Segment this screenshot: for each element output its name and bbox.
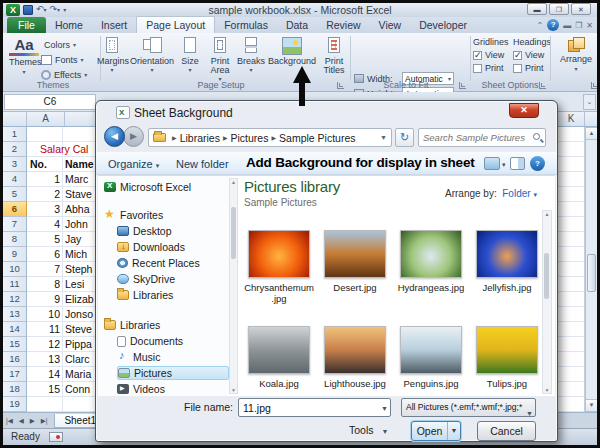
file-item-hydrangeas-jpg[interactable]: Hydrangeas.jpg	[396, 230, 466, 293]
help-icon[interactable]: ?	[547, 19, 559, 31]
tab-view[interactable]: View	[370, 17, 411, 33]
page-setup-dialog-launcher-icon[interactable]	[337, 82, 344, 89]
ribbon-collapse-icon[interactable]: ⌃	[536, 21, 543, 30]
nav-scroll-down-icon[interactable]: ▼	[230, 387, 237, 393]
sheet-options-dialog-launcher-icon[interactable]	[539, 82, 546, 89]
tools-button[interactable]: Tools▼	[349, 424, 388, 436]
sidebar-item-microsoft-excel[interactable]: Microsoft Excel	[104, 180, 191, 194]
doc-close-icon[interactable]: ✕	[586, 21, 593, 30]
scroll-down-icon[interactable]: ▼	[586, 399, 597, 411]
scrollbar-thumb[interactable]	[587, 254, 596, 292]
forward-button[interactable]: ▶	[123, 126, 144, 147]
vertical-scrollbar[interactable]: ▲ ▼	[585, 127, 598, 412]
sidebar-item-videos[interactable]: Videos	[117, 382, 165, 396]
ribbon-button-size[interactable]: Size▾	[177, 36, 203, 82]
sidebar-item-pictures[interactable]: Pictures	[117, 366, 229, 380]
macro-record-icon[interactable]	[49, 432, 63, 442]
checkbox-print-gridlines[interactable]: Print	[473, 63, 511, 73]
file-scroll-down-icon[interactable]: ▼	[543, 387, 551, 393]
checkbox-view-headings[interactable]: View	[513, 50, 551, 60]
view-checkbox-icon[interactable]	[513, 51, 522, 60]
grid-row-7[interactable]: 4John	[27, 217, 95, 232]
grid-row-19[interactable]	[27, 397, 95, 412]
last-sheet-icon[interactable]: ▶|	[38, 414, 51, 428]
sidebar-item-music[interactable]: Music	[117, 350, 160, 364]
row-header-2[interactable]: 2	[3, 142, 27, 157]
search-input[interactable]	[423, 130, 527, 145]
tab-file[interactable]: File	[7, 17, 46, 33]
breadcrumb-item-pictures[interactable]: Pictures	[231, 132, 269, 144]
views-dropdown-icon[interactable]: ▾	[502, 161, 506, 169]
themes-button[interactable]: Aa Themes▾	[9, 36, 39, 82]
ribbon-button-colors[interactable]: Colors▾	[41, 38, 99, 51]
grid-row-15[interactable]: 12Pippa	[27, 337, 95, 352]
file-list-scrollbar[interactable]: ▲ ▼	[542, 210, 552, 394]
sidebar-item-recent-places[interactable]: Recent Places	[117, 256, 200, 270]
row-header-18[interactable]: 18	[3, 382, 27, 397]
doc-restore-icon[interactable]: ❐	[575, 21, 582, 30]
tab-home[interactable]: Home	[46, 17, 92, 33]
sidebar-item-documents[interactable]: Documents	[117, 334, 183, 348]
nav-scroll-thumb[interactable]	[231, 207, 236, 259]
row-header-6[interactable]: 6	[3, 202, 27, 217]
row-header-8[interactable]: 8	[3, 232, 27, 247]
column-header-a[interactable]: A	[27, 112, 65, 126]
tab-formulas[interactable]: Formulas	[215, 17, 277, 33]
worksheet-grid[interactable]: Salary CalNo.Name1Marc2Stave3Abha4John5J…	[27, 127, 95, 412]
doc-minimize-icon[interactable]: ▬	[563, 21, 571, 30]
grid-row-6[interactable]: 3Abha	[27, 202, 95, 217]
grid-row-3[interactable]: No.Name	[27, 157, 95, 172]
row-header-3[interactable]: 3	[3, 157, 27, 172]
row-header-9[interactable]: 9	[3, 247, 27, 262]
breadcrumb-item-libraries[interactable]: Libraries	[180, 132, 220, 144]
first-sheet-icon[interactable]: |◀	[3, 414, 16, 428]
tab-developer[interactable]: Developer	[410, 17, 476, 33]
grid-row-14[interactable]: 11Steve	[27, 322, 95, 337]
close-button[interactable]: ✕	[571, 3, 591, 15]
row-header-12[interactable]: 12	[3, 292, 27, 307]
grid-row-18[interactable]: 15Conn	[27, 382, 95, 397]
grid-row-12[interactable]: 9Elizab	[27, 292, 95, 307]
file-scroll-thumb[interactable]	[544, 253, 549, 299]
file-item-desert-jpg[interactable]: Desert.jpg	[320, 230, 390, 293]
file-type-combo[interactable]: All Pictures (*.emf;*.wmf;*.jpg;* ▼	[401, 398, 536, 417]
ribbon-button-print-area[interactable]: PrintArea▾	[205, 36, 235, 82]
tab-page-layout[interactable]: Page Layout	[136, 16, 215, 33]
row-header-11[interactable]: 11	[3, 277, 27, 292]
sidebar-item-favorites[interactable]: Favorites	[104, 208, 163, 222]
grid-row-5[interactable]: 2Stave	[27, 187, 95, 202]
row-header-4[interactable]: 4	[3, 172, 27, 187]
print-checkbox-icon[interactable]	[513, 64, 522, 73]
grid-row-4[interactable]: 1Marc	[27, 172, 95, 187]
tab-review[interactable]: Review	[317, 17, 369, 33]
row-header-15[interactable]: 15	[3, 337, 27, 352]
row-header-10[interactable]: 10	[3, 262, 27, 277]
nav-scroll-up-icon[interactable]: ▲	[230, 179, 237, 185]
ribbon-button-orientation[interactable]: Orientation▾	[129, 36, 175, 82]
file-type-dropdown-icon[interactable]: ▼	[526, 405, 533, 417]
row-header-17[interactable]: 17	[3, 367, 27, 382]
file-scroll-up-icon[interactable]: ▲	[543, 211, 551, 217]
restore-button[interactable]: ❐	[549, 3, 569, 15]
row-header-1[interactable]: 1	[3, 127, 27, 142]
tab-data[interactable]: Data	[277, 17, 317, 33]
grid-row-10[interactable]: 7Steph	[27, 262, 95, 277]
sidebar-item-desktop[interactable]: Desktop	[117, 224, 172, 238]
file-item-chrysanthemum-jpg[interactable]: Chrysanthemum.jpg	[244, 230, 314, 304]
file-item-jellyfish-jpg[interactable]: Jellyfish.jpg	[472, 230, 542, 293]
file-name-input[interactable]	[243, 400, 373, 415]
grid-row-13[interactable]: 10Jonso	[27, 307, 95, 322]
nav-scrollbar[interactable]: ▲ ▼	[229, 178, 238, 394]
open-split-dropdown-icon[interactable]: ▼	[447, 422, 460, 440]
grid-row-1[interactable]	[27, 127, 95, 142]
formula-bar-expand-icon[interactable]: ⌄	[583, 94, 596, 110]
file-name-combo[interactable]: ▼	[238, 398, 391, 417]
grid-row-9[interactable]: 6Mich	[27, 247, 95, 262]
grid-row-17[interactable]: 14Maria	[27, 367, 95, 382]
breadcrumb-dropdown-icon[interactable]: ▼	[380, 134, 391, 141]
grid-row-2[interactable]: Salary Cal	[27, 142, 95, 157]
column-header-k[interactable]: K	[558, 112, 585, 126]
ribbon-button-fonts[interactable]: Fonts▾	[41, 53, 99, 66]
grid-row-11[interactable]: 8Lesi	[27, 277, 95, 292]
checkbox-view-gridlines[interactable]: View	[473, 50, 511, 60]
